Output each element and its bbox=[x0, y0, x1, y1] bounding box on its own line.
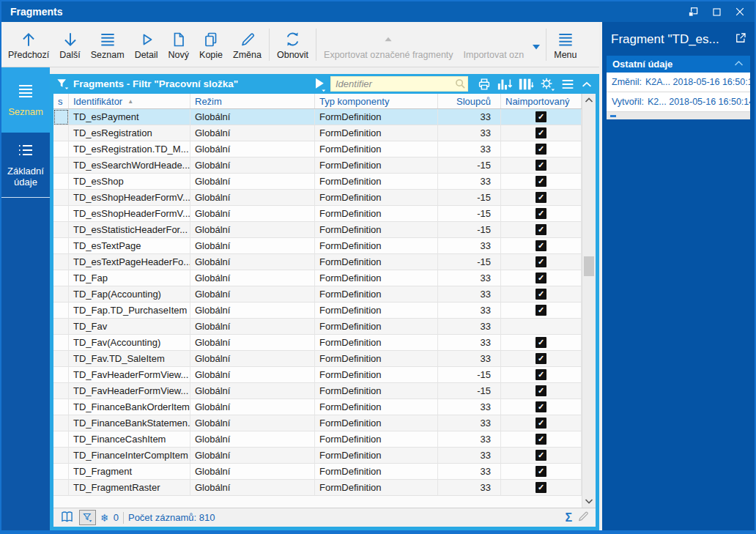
cell-sloupcu[interactable]: 33 bbox=[438, 351, 501, 367]
cell-naimportovany[interactable]: ✓ bbox=[501, 431, 582, 448]
cell-rezim[interactable]: Globální bbox=[190, 222, 315, 238]
menu-button[interactable]: Menu bbox=[549, 24, 582, 65]
cell-identifier[interactable]: TD_esPayment bbox=[69, 109, 190, 125]
cell-naimportovany[interactable]: ✓ bbox=[501, 383, 582, 399]
cell-identifier[interactable]: TD_Fap bbox=[69, 270, 190, 286]
cell-naimportovany[interactable]: ✓ bbox=[501, 351, 582, 367]
imported-checkbox[interactable]: ✓ bbox=[536, 208, 546, 219]
table-row[interactable]: TD_esTextPageGlobálníFormDefinition33✓ bbox=[53, 238, 582, 254]
imported-checkbox[interactable]: ✓ bbox=[536, 434, 546, 445]
cell-sloupcu[interactable]: 33 bbox=[438, 448, 501, 464]
table-row[interactable]: TD_Fap.TD_PurchaseItemGlobálníFormDefini… bbox=[53, 303, 582, 319]
filter-funnel-icon[interactable] bbox=[55, 77, 70, 92]
cell-naimportovany[interactable]: ✓ bbox=[501, 238, 582, 254]
sum-sigma-icon[interactable]: Σ bbox=[565, 511, 572, 524]
column-header-identifier[interactable]: Identifikátor▲ bbox=[69, 94, 190, 108]
cell-typ-komponenty[interactable]: FormDefinition bbox=[315, 464, 438, 480]
cell-sloupcu[interactable]: 33 bbox=[438, 238, 501, 254]
table-row[interactable]: TD_FavHeaderFormView...GlobálníFormDefin… bbox=[53, 367, 582, 383]
cell-identifier[interactable]: TD_FinanceCashItem bbox=[69, 431, 190, 448]
cell-rezim[interactable]: Globální bbox=[190, 431, 315, 448]
cell-typ-komponenty[interactable]: FormDefinition bbox=[315, 238, 438, 254]
cell-select[interactable] bbox=[53, 157, 69, 174]
cell-identifier[interactable]: TD_Fap.TD_PurchaseItem bbox=[69, 303, 190, 319]
cell-rezim[interactable]: Globální bbox=[190, 157, 315, 174]
imported-checkbox[interactable]: ✓ bbox=[536, 369, 546, 380]
cell-identifier[interactable]: TD_Fragment bbox=[69, 464, 190, 480]
cell-typ-komponenty[interactable]: FormDefinition bbox=[315, 190, 438, 206]
vertical-scrollbar[interactable] bbox=[582, 94, 596, 508]
cell-naimportovany[interactable]: ✓ bbox=[501, 254, 582, 270]
cell-identifier[interactable]: TD_FinanceInterCompItem bbox=[69, 448, 190, 464]
cell-naimportovany[interactable]: ✓ bbox=[501, 125, 582, 141]
cell-rezim[interactable]: Globální bbox=[190, 270, 315, 286]
cell-naimportovany[interactable]: ✓ bbox=[501, 286, 582, 303]
imported-checkbox[interactable]: ✓ bbox=[536, 160, 546, 171]
cell-sloupcu[interactable]: 33 bbox=[438, 335, 501, 351]
imported-checkbox[interactable]: ✓ bbox=[536, 127, 546, 138]
cell-identifier[interactable]: TD_FavHeaderFormView... bbox=[69, 367, 190, 383]
cell-sloupcu[interactable]: 33 bbox=[438, 319, 501, 335]
imported-checkbox[interactable]: ✓ bbox=[536, 450, 546, 461]
cell-typ-komponenty[interactable]: FormDefinition bbox=[315, 141, 438, 157]
cell-identifier[interactable]: TD_esTextPageHeaderFo... bbox=[69, 254, 190, 270]
cell-typ-komponenty[interactable]: FormDefinition bbox=[315, 335, 438, 351]
cell-typ-komponenty[interactable]: FormDefinition bbox=[315, 157, 438, 174]
cell-naimportovany[interactable]: ✓ bbox=[501, 141, 582, 157]
cell-sloupcu[interactable]: -15 bbox=[438, 254, 501, 270]
table-row[interactable]: TD_FinanceCashItemGlobálníFormDefinition… bbox=[53, 431, 582, 448]
cell-identifier[interactable]: TD_FragmentRaster bbox=[69, 480, 190, 496]
cell-select[interactable] bbox=[53, 431, 69, 448]
cell-select[interactable] bbox=[53, 286, 69, 303]
search-input[interactable] bbox=[330, 76, 468, 92]
table-row[interactable]: TD_FavGlobálníFormDefinition33 bbox=[53, 319, 582, 335]
cell-rezim[interactable]: Globální bbox=[190, 351, 315, 367]
table-row[interactable]: TD_esSearchWordHeade...GlobálníFormDefin… bbox=[53, 157, 582, 174]
table-row[interactable]: TD_esShopHeaderFormV...GlobálníFormDefin… bbox=[53, 190, 582, 206]
cell-typ-komponenty[interactable]: FormDefinition bbox=[315, 351, 438, 367]
imported-checkbox[interactable]: ✓ bbox=[536, 305, 546, 316]
cell-rezim[interactable]: Globální bbox=[190, 399, 315, 415]
column-header-naimportovany[interactable]: Naimportovaný bbox=[501, 94, 582, 108]
table-row[interactable]: TD_Fav.TD_SaleItemGlobálníFormDefinition… bbox=[53, 351, 582, 367]
cell-sloupcu[interactable]: -15 bbox=[438, 222, 501, 238]
imported-checkbox[interactable]: ✓ bbox=[536, 224, 546, 235]
cell-sloupcu[interactable]: 33 bbox=[438, 431, 501, 448]
export-marked-button[interactable]: Exportovat označené fragmenty bbox=[319, 24, 459, 65]
cell-naimportovany[interactable]: ✓ bbox=[501, 222, 582, 238]
column-header-typ[interactable]: Typ komponenty bbox=[315, 94, 438, 108]
cell-naimportovany[interactable]: ✓ bbox=[501, 399, 582, 415]
cell-rezim[interactable]: Globální bbox=[190, 448, 315, 464]
cell-select[interactable] bbox=[53, 125, 69, 141]
table-row[interactable]: TD_FapGlobálníFormDefinition33✓ bbox=[53, 270, 582, 286]
cell-identifier[interactable]: TD_Fav(Accounting) bbox=[69, 335, 190, 351]
cell-identifier[interactable]: TD_esStatisticHeaderFor... bbox=[69, 222, 190, 238]
scrollbar-track[interactable] bbox=[582, 106, 596, 495]
cell-identifier[interactable]: TD_esShop bbox=[69, 174, 190, 190]
cell-rezim[interactable]: Globální bbox=[190, 415, 315, 431]
cell-typ-komponenty[interactable]: FormDefinition bbox=[315, 448, 438, 464]
cell-sloupcu[interactable]: 33 bbox=[438, 125, 501, 141]
cell-typ-komponenty[interactable]: FormDefinition bbox=[315, 383, 438, 399]
imported-checkbox[interactable]: ✓ bbox=[536, 289, 546, 300]
cell-sloupcu[interactable]: 33 bbox=[438, 174, 501, 190]
cell-identifier[interactable]: TD_Fap(Accounting) bbox=[69, 286, 190, 303]
cell-identifier[interactable]: TD_esTextPage bbox=[69, 238, 190, 254]
cell-select[interactable] bbox=[53, 270, 69, 286]
cell-rezim[interactable]: Globální bbox=[190, 206, 315, 222]
sidebar-item-seznam[interactable]: Seznam bbox=[1, 67, 50, 133]
freeze-icon[interactable]: ❄ bbox=[100, 512, 109, 524]
cell-naimportovany[interactable]: ✓ bbox=[501, 109, 582, 125]
cell-identifier[interactable]: TD_FinanceBankStatemen... bbox=[69, 415, 190, 431]
cell-naimportovany[interactable]: ✓ bbox=[501, 157, 582, 174]
cell-rezim[interactable]: Globální bbox=[190, 335, 315, 351]
table-row[interactable]: TD_Fav(Accounting)GlobálníFormDefinition… bbox=[53, 335, 582, 351]
cell-select[interactable] bbox=[53, 351, 69, 367]
cell-select[interactable] bbox=[53, 448, 69, 464]
table-row[interactable]: TD_FragmentRasterGlobálníFormDefinition3… bbox=[53, 480, 582, 496]
cell-typ-komponenty[interactable]: FormDefinition bbox=[315, 319, 438, 335]
table-row[interactable]: TD_esRegistration.TD_M...GlobálníFormDef… bbox=[53, 141, 582, 157]
cell-typ-komponenty[interactable]: FormDefinition bbox=[315, 206, 438, 222]
cell-rezim[interactable]: Globální bbox=[190, 238, 315, 254]
cell-select[interactable] bbox=[53, 399, 69, 415]
